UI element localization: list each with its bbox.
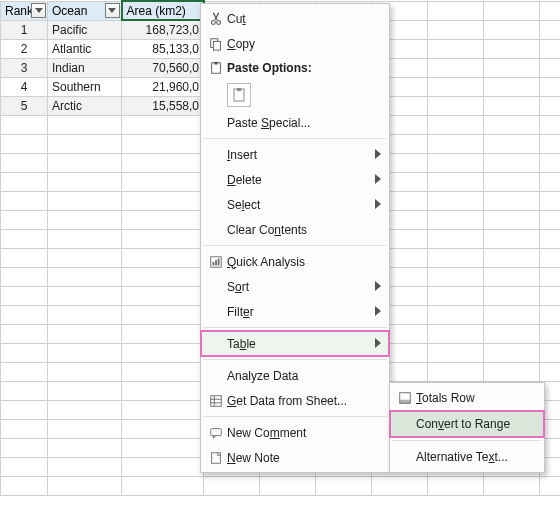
get-data-icon	[205, 394, 227, 408]
chevron-right-icon	[375, 148, 381, 162]
chevron-right-icon	[375, 280, 381, 294]
menu-new-note[interactable]: New Note	[201, 445, 389, 470]
chevron-right-icon	[375, 173, 381, 187]
menu-delete[interactable]: Delete	[201, 167, 389, 192]
menu-label: Quick Analysis	[227, 255, 305, 269]
cell-rank[interactable]: 2	[1, 39, 48, 58]
totals-row-icon	[394, 391, 416, 405]
menu-new-comment[interactable]: New Comment	[201, 420, 389, 445]
menu-copy[interactable]: Copy	[201, 31, 389, 56]
menu-label: Delete	[227, 173, 262, 187]
menu-label: Sort	[227, 280, 249, 294]
svg-rect-3	[213, 41, 220, 50]
menu-filter[interactable]: Filter	[201, 299, 389, 324]
quick-analysis-icon	[205, 255, 227, 269]
svg-rect-10	[215, 260, 217, 265]
menu-separator	[392, 440, 542, 441]
menu-label: Get Data from Sheet...	[227, 394, 347, 408]
chevron-right-icon	[375, 337, 381, 351]
col-header-area[interactable]: Area (km2)	[122, 1, 204, 20]
menu-label: Totals Row	[416, 391, 475, 405]
cell-rank[interactable]: 4	[1, 77, 48, 96]
copy-icon	[205, 37, 227, 51]
submenu-totals-row[interactable]: Totals Row	[390, 385, 544, 411]
svg-rect-5	[214, 62, 218, 65]
menu-paste-special[interactable]: Paste Special...	[201, 110, 389, 135]
svg-rect-9	[213, 262, 215, 266]
submenu-alternative-text[interactable]: Alternative Text...	[390, 444, 544, 470]
svg-rect-16	[211, 428, 222, 435]
svg-rect-11	[218, 258, 220, 265]
cell-area[interactable]: 70,560,0	[122, 58, 204, 77]
cell-ocean[interactable]: Atlantic	[48, 39, 122, 58]
cell-ocean[interactable]: Pacific	[48, 20, 122, 39]
menu-cut[interactable]: Cut	[201, 6, 389, 31]
menu-paste-options: Paste Options:	[201, 56, 389, 80]
menu-table[interactable]: Table	[201, 331, 389, 356]
menu-label: Convert to Range	[416, 417, 510, 431]
svg-rect-7	[237, 88, 241, 91]
menu-label: Paste Special...	[227, 116, 310, 130]
menu-sort[interactable]: Sort	[201, 274, 389, 299]
menu-separator	[203, 138, 387, 139]
menu-label: Cut	[227, 12, 246, 26]
menu-label: Table	[227, 337, 256, 351]
col-header-label: Area (km2)	[127, 4, 186, 18]
menu-label: Insert	[227, 148, 257, 162]
cell-ocean[interactable]: Arctic	[48, 96, 122, 115]
submenu-convert-to-range[interactable]: Convert to Range	[390, 411, 544, 437]
menu-label: Copy	[227, 37, 255, 51]
svg-rect-12	[211, 395, 222, 406]
menu-label: Select	[227, 198, 260, 212]
menu-label: Paste Options:	[227, 61, 312, 75]
filter-dropdown-icon[interactable]	[105, 3, 120, 18]
menu-select[interactable]: Select	[201, 192, 389, 217]
menu-analyze-data[interactable]: Analyze Data	[201, 363, 389, 388]
svg-rect-17	[212, 452, 221, 463]
cell-area[interactable]: 21,960,0	[122, 77, 204, 96]
col-header-label: Rank	[5, 4, 33, 18]
cell-area[interactable]: 85,133,0	[122, 39, 204, 58]
menu-separator	[203, 245, 387, 246]
cell-ocean[interactable]: Indian	[48, 58, 122, 77]
menu-label: Analyze Data	[227, 369, 298, 383]
chevron-right-icon	[375, 305, 381, 319]
table-submenu: Totals Row Convert to Range Alternative …	[389, 382, 545, 473]
menu-get-data[interactable]: Get Data from Sheet...	[201, 388, 389, 413]
col-header-ocean[interactable]: Ocean	[48, 1, 122, 20]
menu-label: Clear Contents	[227, 223, 307, 237]
cell-ocean[interactable]: Southern	[48, 77, 122, 96]
chevron-right-icon	[375, 198, 381, 212]
menu-clear-contents[interactable]: Clear Contents	[201, 217, 389, 242]
menu-label: Filter	[227, 305, 254, 319]
menu-separator	[203, 359, 387, 360]
filter-dropdown-icon[interactable]	[31, 3, 46, 18]
col-header-label: Ocean	[52, 4, 87, 18]
cell-rank[interactable]: 3	[1, 58, 48, 77]
menu-separator	[203, 327, 387, 328]
paste-options-row	[201, 80, 389, 110]
cell-rank[interactable]: 1	[1, 20, 48, 39]
cell-area[interactable]: 15,558,0	[122, 96, 204, 115]
cut-icon	[205, 12, 227, 26]
cell-rank[interactable]: 5	[1, 96, 48, 115]
menu-quick-analysis[interactable]: Quick Analysis	[201, 249, 389, 274]
note-icon	[205, 451, 227, 465]
menu-label: New Comment	[227, 426, 306, 440]
svg-point-0	[211, 20, 215, 24]
menu-insert[interactable]: Insert	[201, 142, 389, 167]
context-menu: Cut Copy Paste Options: Paste Special...…	[200, 3, 390, 473]
paste-default-icon[interactable]	[227, 83, 251, 107]
paste-icon	[205, 61, 227, 75]
col-header-rank[interactable]: Rank	[1, 1, 48, 20]
comment-icon	[205, 426, 227, 440]
svg-point-1	[217, 20, 221, 24]
menu-label: Alternative Text...	[416, 450, 508, 464]
menu-separator	[203, 416, 387, 417]
menu-label: New Note	[227, 451, 280, 465]
svg-rect-19	[400, 400, 411, 404]
cell-area[interactable]: 168,723,0	[122, 20, 204, 39]
